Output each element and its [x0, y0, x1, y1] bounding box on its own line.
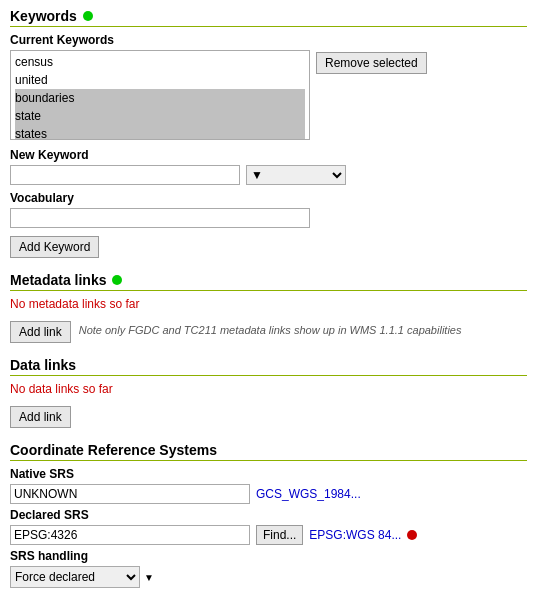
crs-title-text: Coordinate Reference Systems	[10, 442, 217, 458]
metadata-add-link-button[interactable]: Add link	[10, 321, 71, 343]
declared-srs-link[interactable]: EPSG:WGS 84...	[309, 528, 401, 542]
declared-srs-input[interactable]	[10, 525, 250, 545]
new-keyword-input[interactable]	[10, 165, 240, 185]
crs-section: Coordinate Reference Systems Native SRS …	[10, 442, 527, 588]
srs-handling-label: SRS handling	[10, 549, 527, 563]
vocabulary-label: Vocabulary	[10, 191, 527, 205]
vocabulary-row	[10, 208, 527, 228]
native-srs-link[interactable]: GCS_WGS_1984...	[256, 487, 361, 501]
data-links-title: Data links	[10, 357, 527, 376]
metadata-note: Note only FGDC and TC211 metadata links …	[79, 324, 462, 336]
data-add-link-row: Add link	[10, 402, 527, 428]
metadata-add-link-row: Add link Note only FGDC and TC211 metada…	[10, 317, 527, 343]
metadata-links-title-text: Metadata links	[10, 272, 106, 288]
new-keyword-label: New Keyword	[10, 148, 527, 162]
find-srs-button[interactable]: Find...	[256, 525, 303, 545]
keyword-item-united[interactable]: united	[15, 71, 305, 89]
crs-title: Coordinate Reference Systems	[10, 442, 527, 461]
declared-srs-label: Declared SRS	[10, 508, 527, 522]
keyword-type-select[interactable]: ▼ theme place stratum temporal	[246, 165, 346, 185]
data-links-title-text: Data links	[10, 357, 76, 373]
keywords-title-text: Keywords	[10, 8, 77, 24]
remove-selected-button[interactable]: Remove selected	[316, 52, 427, 74]
keyword-item-state[interactable]: state	[15, 107, 305, 125]
srs-handling-row: Force declared Keep native Reproject nat…	[10, 566, 527, 588]
metadata-links-section: Metadata links No metadata links so far …	[10, 272, 527, 343]
keywords-status-dot	[83, 11, 93, 21]
keywords-section: Keywords Current Keywords census united …	[10, 8, 527, 258]
declared-srs-row: Find... EPSG:WGS 84...	[10, 525, 527, 545]
new-keyword-row: ▼ theme place stratum temporal	[10, 165, 527, 185]
metadata-links-title: Metadata links	[10, 272, 527, 291]
keyword-item-census[interactable]: census	[15, 53, 305, 71]
add-keyword-button[interactable]: Add Keyword	[10, 236, 99, 258]
srs-handling-select[interactable]: Force declared Keep native Reproject nat…	[10, 566, 140, 588]
no-data-links-text: No data links so far	[10, 382, 527, 396]
metadata-links-status-dot	[112, 275, 122, 285]
current-keywords-label: Current Keywords	[10, 33, 527, 47]
no-metadata-links-text: No metadata links so far	[10, 297, 527, 311]
declared-srs-error-dot	[407, 530, 417, 540]
data-add-link-button[interactable]: Add link	[10, 406, 71, 428]
keywords-row: census united boundaries state states Re…	[10, 50, 527, 140]
keywords-title: Keywords	[10, 8, 527, 27]
data-links-section: Data links No data links so far Add link	[10, 357, 527, 428]
keywords-list[interactable]: census united boundaries state states	[10, 50, 310, 140]
native-srs-row: GCS_WGS_1984...	[10, 484, 527, 504]
srs-handling-arrow: ▼	[144, 572, 154, 583]
keyword-item-states[interactable]: states	[15, 125, 305, 140]
keyword-item-boundaries[interactable]: boundaries	[15, 89, 305, 107]
native-srs-input[interactable]	[10, 484, 250, 504]
vocabulary-input[interactable]	[10, 208, 310, 228]
native-srs-label: Native SRS	[10, 467, 527, 481]
